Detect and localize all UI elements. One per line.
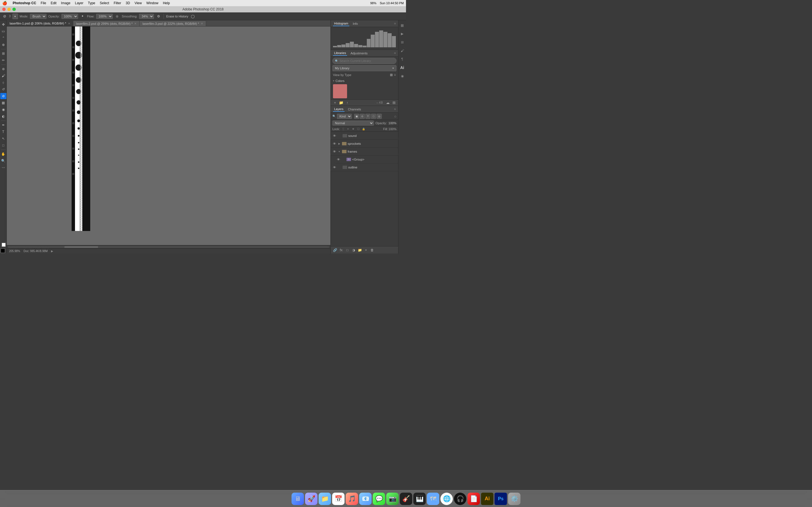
- type-filter-button[interactable]: T: [365, 114, 370, 119]
- delete-layer-button[interactable]: 🗑: [370, 247, 375, 252]
- tab-2[interactable]: laserfilm-2.psd @ 299% (dots, RGB/8#) * …: [73, 20, 140, 26]
- libraries-menu[interactable]: ≡: [394, 52, 396, 55]
- expand-sprockets[interactable]: ▶: [338, 142, 341, 145]
- new-folder-button[interactable]: 📁: [339, 100, 344, 105]
- menu-3d[interactable]: 3D: [126, 1, 130, 5]
- background-color-swatch[interactable]: [2, 243, 6, 247]
- lock-transparent-button[interactable]: ░: [341, 127, 345, 131]
- menu-file[interactable]: File: [41, 1, 46, 5]
- menu-image[interactable]: Image: [61, 1, 70, 5]
- settings-icon[interactable]: ⚙: [156, 13, 161, 19]
- histogram-sidebar-icon[interactable]: ▦: [399, 22, 406, 29]
- minimize-button[interactable]: [7, 8, 11, 11]
- tab-info[interactable]: Info: [352, 21, 359, 26]
- menu-window[interactable]: Window: [146, 1, 158, 5]
- link-layers-button[interactable]: 🔗: [333, 247, 338, 252]
- add-library-item-button[interactable]: +: [333, 100, 338, 105]
- menu-edit[interactable]: Edit: [51, 1, 57, 5]
- layer-visibility-sprockets[interactable]: 👁: [333, 142, 336, 146]
- tab-1[interactable]: laserfilm-1.psd @ 206% (dots, RGB/8#) * …: [7, 20, 73, 26]
- extra-tool[interactable]: ⋯: [0, 165, 6, 171]
- opacity-value[interactable]: 100%: [388, 121, 396, 125]
- lock-all-button[interactable]: 🔒: [361, 127, 366, 131]
- smart-filter-button[interactable]: ◎: [377, 114, 382, 119]
- upload-button[interactable]: ↑: [345, 100, 350, 105]
- shape-filter-button[interactable]: □: [371, 114, 376, 119]
- new-group-button[interactable]: 📁: [357, 247, 362, 252]
- library-dropdown[interactable]: My Library ▾: [333, 65, 396, 71]
- blur-tool[interactable]: ◉: [0, 107, 6, 113]
- stamp-tool[interactable]: ⎀: [0, 79, 6, 86]
- play-sidebar-icon[interactable]: ▶: [399, 31, 406, 37]
- history-tool[interactable]: ↺: [0, 86, 6, 93]
- menu-type[interactable]: Type: [88, 1, 95, 5]
- menu-filter[interactable]: Filter: [114, 1, 121, 5]
- horizontal-scrollbar[interactable]: [7, 245, 331, 248]
- layer-visibility-outline[interactable]: 👁: [333, 165, 336, 169]
- tab-3-close[interactable]: ✕: [201, 22, 203, 25]
- move-tool[interactable]: ✥: [0, 21, 6, 27]
- lock-position-button[interactable]: ✥: [351, 127, 356, 131]
- layer-visibility-frames[interactable]: 👁: [333, 150, 336, 154]
- smoothing-select[interactable]: 34%: [139, 14, 154, 19]
- brush-preview[interactable]: ●: [12, 13, 18, 19]
- layer-visibility-group[interactable]: 👁: [336, 158, 340, 161]
- adjustment-filter-button[interactable]: ⊙: [360, 114, 365, 119]
- libraries-search[interactable]: 🔍: [333, 58, 396, 64]
- tab-1-close[interactable]: ✕: [68, 22, 70, 25]
- layer-item-group[interactable]: 👁 G <Group>: [335, 156, 398, 163]
- scrollbar-thumb[interactable]: [64, 246, 98, 248]
- close-button[interactable]: [2, 8, 6, 11]
- add-adjustment-button[interactable]: ◑: [351, 247, 356, 252]
- apple-menu[interactable]: 🍎: [2, 1, 7, 5]
- lasso-tool[interactable]: ⌃: [0, 35, 6, 41]
- document-canvas[interactable]: [7, 26, 331, 245]
- menu-help[interactable]: Help: [163, 1, 170, 5]
- character-sidebar-icon[interactable]: Ai: [399, 64, 406, 71]
- search-input[interactable]: [340, 59, 394, 62]
- kind-filter-select[interactable]: Kind: [337, 114, 352, 119]
- histogram-menu[interactable]: ≡: [394, 22, 396, 25]
- marquee-tool[interactable]: ▭: [0, 28, 6, 34]
- maximize-button[interactable]: [12, 8, 16, 11]
- eyedropper-tool[interactable]: ✏: [0, 57, 6, 63]
- grid-view-icon[interactable]: ⊞: [390, 73, 393, 77]
- lock-artboard-button[interactable]: ☐: [356, 127, 361, 131]
- filter-toggle[interactable]: ○: [394, 114, 396, 119]
- pixel-filter-button[interactable]: ▣: [354, 114, 359, 119]
- zoom-tool[interactable]: 🔍: [0, 158, 6, 164]
- layer-item-sound[interactable]: 👁 sound: [331, 132, 398, 140]
- menu-select[interactable]: Select: [100, 1, 109, 5]
- fill-value[interactable]: 100%: [389, 127, 396, 131]
- tab-histogram[interactable]: Histogram: [333, 21, 349, 26]
- brush-sidebar-icon[interactable]: 🖌: [399, 47, 406, 54]
- dodge-tool[interactable]: ◐: [0, 113, 6, 119]
- blend-mode-select[interactable]: Normal: [333, 121, 374, 126]
- foreground-color-swatch[interactable]: [1, 248, 5, 253]
- quick-select-tool[interactable]: ⊕: [0, 42, 6, 48]
- menu-layer[interactable]: Layer: [75, 1, 84, 5]
- layer-item-frames[interactable]: 👁 ▾ frames: [331, 148, 398, 156]
- menu-view[interactable]: View: [135, 1, 142, 5]
- cloud-icon[interactable]: ☁: [385, 100, 390, 105]
- tab-layers[interactable]: Layers: [333, 107, 345, 112]
- hand-tool[interactable]: ✋: [0, 151, 6, 157]
- list-view-icon[interactable]: ≡: [394, 73, 396, 77]
- layer-item-outline[interactable]: 👁 outline: [331, 163, 398, 171]
- healing-tool[interactable]: ⊛: [0, 66, 6, 72]
- tab-libraries[interactable]: Libraries: [333, 51, 347, 56]
- brush-tool[interactable]: 🖌: [0, 73, 6, 79]
- tab-channels[interactable]: Channels: [347, 107, 362, 112]
- add-effect-button[interactable]: fx: [339, 247, 344, 252]
- layers-menu[interactable]: ≡: [394, 108, 396, 111]
- tab-adjustments[interactable]: Adjustments: [349, 51, 369, 55]
- expand-frames[interactable]: ▾: [338, 150, 341, 153]
- doc-more-icon[interactable]: ▶: [51, 249, 53, 252]
- tab-2-close[interactable]: ✕: [134, 22, 137, 25]
- shape-tool[interactable]: □: [0, 142, 6, 149]
- add-mask-button[interactable]: □: [345, 247, 350, 252]
- pen-tool[interactable]: ✒: [0, 122, 6, 128]
- link-button[interactable]: ⊞: [391, 100, 396, 105]
- layer-visibility-sound[interactable]: 👁: [333, 134, 336, 138]
- gradient-tool[interactable]: ▦: [0, 100, 6, 106]
